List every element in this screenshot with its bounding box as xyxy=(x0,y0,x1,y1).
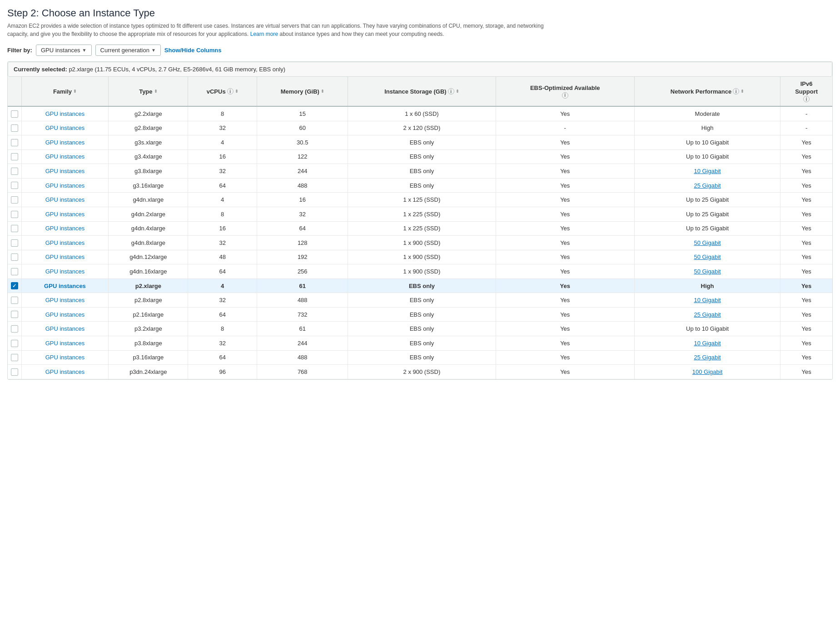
row-checkbox-cell[interactable] xyxy=(8,193,21,207)
network-link[interactable]: 50 Gigabit xyxy=(694,268,721,275)
table-row[interactable]: GPU instancesp2.xlarge461EBS onlyYesHigh… xyxy=(8,278,832,293)
row-checkbox-cell[interactable] xyxy=(8,350,21,365)
row-checkbox-cell[interactable] xyxy=(8,293,21,308)
row-checkbox-cell[interactable] xyxy=(8,106,21,121)
row-checkbox[interactable] xyxy=(11,196,18,204)
family-link[interactable]: GPU instances xyxy=(45,297,85,303)
sort-icon[interactable]: ⇕ xyxy=(741,89,744,94)
family-link[interactable]: GPU instances xyxy=(45,239,85,246)
row-checkbox-cell[interactable] xyxy=(8,250,21,264)
table-row[interactable]: GPU instancesp3.2xlarge861EBS onlyYesUp … xyxy=(8,322,832,336)
row-checkbox[interactable] xyxy=(11,182,18,189)
table-row[interactable]: GPU instancesg4dn.4xlarge16641 x 225 (SS… xyxy=(8,221,832,236)
family-link[interactable]: GPU instances xyxy=(45,139,85,146)
info-icon[interactable]: i xyxy=(733,88,739,94)
table-row[interactable]: GPU instancesp2.16xlarge64732EBS onlyYes… xyxy=(8,307,832,322)
network-link[interactable]: 10 Gigabit xyxy=(694,168,721,174)
row-checkbox[interactable] xyxy=(11,253,18,261)
row-checkbox[interactable] xyxy=(11,139,18,146)
network-link[interactable]: 25 Gigabit xyxy=(694,182,721,189)
table-row[interactable]: GPU instancesg3.16xlarge64488EBS onlyYes… xyxy=(8,178,832,193)
sort-icon[interactable]: ⇕ xyxy=(456,89,459,94)
table-row[interactable]: GPU instancesg3.4xlarge16122EBS onlyYesU… xyxy=(8,149,832,164)
sort-icon[interactable]: ⇕ xyxy=(321,89,324,94)
family-link[interactable]: GPU instances xyxy=(45,110,85,117)
row-checkbox[interactable] xyxy=(11,168,18,175)
row-checkbox-cell[interactable] xyxy=(8,336,21,351)
table-row[interactable]: GPU instancesg4dn.12xlarge481921 x 900 (… xyxy=(8,250,832,264)
row-checkbox-cell[interactable] xyxy=(8,264,21,279)
family-link[interactable]: GPU instances xyxy=(45,225,85,232)
table-row[interactable]: GPU instancesp3dn.24xlarge967682 x 900 (… xyxy=(8,365,832,379)
network-link[interactable]: 100 Gigabit xyxy=(692,368,723,375)
table-row[interactable]: GPU instancesp2.8xlarge32488EBS onlyYes1… xyxy=(8,293,832,308)
row-checkbox[interactable] xyxy=(11,239,18,247)
family-link[interactable]: GPU instances xyxy=(45,211,85,218)
info-icon[interactable]: i xyxy=(227,88,234,94)
row-checkbox-cell[interactable] xyxy=(8,164,21,179)
table-row[interactable]: GPU instancesp3.16xlarge64488EBS onlyYes… xyxy=(8,350,832,365)
table-row[interactable]: GPU instancesg4dn.16xlarge642561 x 900 (… xyxy=(8,264,832,279)
table-row[interactable]: GPU instancesg4dn.xlarge4161 x 125 (SSD)… xyxy=(8,193,832,207)
gpu-instances-filter[interactable]: GPU instances ▼ xyxy=(36,45,92,56)
current-generation-filter[interactable]: Current generation ▼ xyxy=(95,45,161,56)
row-checkbox-cell[interactable] xyxy=(8,121,21,135)
table-row[interactable]: GPU instancesg4dn.2xlarge8321 x 225 (SSD… xyxy=(8,207,832,221)
row-checkbox-cell[interactable] xyxy=(8,236,21,250)
family-link[interactable]: GPU instances xyxy=(45,340,85,347)
network-link[interactable]: 50 Gigabit xyxy=(694,253,721,260)
row-checkbox-cell[interactable] xyxy=(8,365,21,379)
family-link[interactable]: GPU instances xyxy=(45,168,85,174)
family-link[interactable]: GPU instances xyxy=(45,124,85,131)
family-link[interactable]: GPU instances xyxy=(45,325,85,332)
family-link[interactable]: GPU instances xyxy=(45,182,85,189)
row-checkbox-cell[interactable] xyxy=(8,178,21,193)
info-icon[interactable]: i xyxy=(803,96,810,102)
sort-icon[interactable]: ⇕ xyxy=(235,89,239,94)
family-link[interactable]: GPU instances xyxy=(45,354,85,361)
row-checkbox[interactable] xyxy=(11,268,18,275)
row-checkbox[interactable] xyxy=(11,368,18,376)
row-checkbox[interactable] xyxy=(11,153,18,160)
row-checkbox[interactable] xyxy=(11,340,18,347)
network-link[interactable]: 25 Gigabit xyxy=(694,311,721,318)
sort-icon[interactable]: ⇕ xyxy=(73,89,77,94)
table-row[interactable]: GPU instancesg3s.xlarge430.5EBS onlyYesU… xyxy=(8,135,832,150)
row-checkbox[interactable] xyxy=(11,311,18,318)
family-link[interactable]: GPU instances xyxy=(45,253,85,260)
show-hide-columns-link[interactable]: Show/Hide Columns xyxy=(164,47,222,54)
info-icon[interactable]: i xyxy=(448,88,454,94)
network-link[interactable]: 10 Gigabit xyxy=(694,297,721,303)
row-checkbox-cell[interactable] xyxy=(8,307,21,322)
table-row[interactable]: GPU instancesg2.8xlarge32602 x 120 (SSD)… xyxy=(8,121,832,135)
info-icon[interactable]: i xyxy=(562,92,568,99)
family-link[interactable]: GPU instances xyxy=(45,153,85,160)
table-row[interactable]: GPU instancesg4dn.8xlarge321281 x 900 (S… xyxy=(8,236,832,250)
row-checkbox[interactable] xyxy=(11,225,18,232)
table-row[interactable]: GPU instancesg2.2xlarge8151 x 60 (SSD)Ye… xyxy=(8,106,832,121)
family-link[interactable]: GPU instances xyxy=(45,368,85,375)
row-checkbox-cell[interactable] xyxy=(8,149,21,164)
row-checkbox[interactable] xyxy=(11,124,18,132)
table-row[interactable]: GPU instancesg3.8xlarge32244EBS onlyYes1… xyxy=(8,164,832,179)
learn-more-link[interactable]: Learn more xyxy=(250,31,278,37)
family-link[interactable]: GPU instances xyxy=(44,283,86,289)
sort-icon[interactable]: ⇕ xyxy=(154,89,158,94)
row-checkbox[interactable] xyxy=(11,282,18,289)
row-checkbox[interactable] xyxy=(11,325,18,333)
row-checkbox-cell[interactable] xyxy=(8,135,21,150)
family-link[interactable]: GPU instances xyxy=(45,311,85,318)
table-row[interactable]: GPU instancesp3.8xlarge32244EBS onlyYes1… xyxy=(8,336,832,351)
row-checkbox[interactable] xyxy=(11,110,18,118)
row-checkbox[interactable] xyxy=(11,297,18,304)
network-link[interactable]: 25 Gigabit xyxy=(694,354,721,361)
network-link[interactable]: 50 Gigabit xyxy=(694,239,721,246)
row-checkbox-cell[interactable] xyxy=(8,207,21,221)
row-checkbox-cell[interactable] xyxy=(8,221,21,236)
family-link[interactable]: GPU instances xyxy=(45,196,85,203)
row-checkbox[interactable] xyxy=(11,354,18,361)
row-checkbox[interactable] xyxy=(11,211,18,218)
network-link[interactable]: 10 Gigabit xyxy=(694,340,721,347)
row-checkbox-cell[interactable] xyxy=(8,278,21,293)
row-checkbox-cell[interactable] xyxy=(8,322,21,336)
